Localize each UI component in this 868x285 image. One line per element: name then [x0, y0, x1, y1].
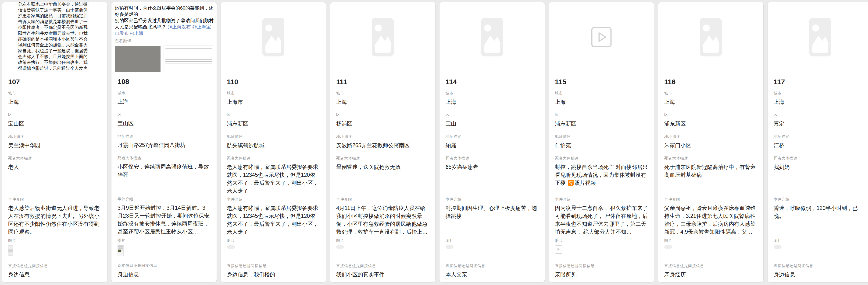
district-value: 宝山 [445, 120, 538, 128]
victim-label: 死者大体描述 [336, 156, 429, 161]
field-city: 城市 上海 [8, 91, 101, 113]
record-card[interactable]: 116 城市 上海 区 浦东新区 地址描述 朱家门小区 死者大体描述 死于浦东医… [658, 2, 764, 283]
attachment-area [227, 245, 320, 256]
event-label: 事件介绍 [445, 197, 538, 202]
city-value: 上海 [8, 98, 101, 106]
cover-text-screenshot: 分左右联系上中华西居委会，通过微信语音确认了这一事实。由于需要保护患者家属的隐私… [17, 2, 89, 72]
attachment-thumbnail[interactable] [555, 245, 562, 254]
record-card[interactable]: 114 城市 上海 区 宝山 地址描述 铂庭 死者大体描述 65岁癌症患者 事件… [439, 2, 545, 283]
field-source: 直接信息还是间接信息 我们小区的真实事件 [336, 263, 429, 282]
victim-value: 死于浦东医院新冠隔离治疗中，有肾衰高血压封基础病 [664, 163, 757, 179]
attachment-area [664, 245, 757, 256]
district-label: 区 [8, 113, 101, 117]
record-number: 110 [227, 78, 320, 86]
field-image: 图片 [774, 238, 867, 263]
record-card[interactable]: 110 城市 上海市 区 浦东新区 地址描述 航头镇鹤沙航城 死者大体描述 老人… [221, 2, 326, 283]
source-label: 直接信息还是间接信息 [555, 263, 648, 269]
attachment-thumbnail[interactable] [118, 245, 124, 256]
card-body: 114 城市 上海 区 宝山 地址描述 铂庭 死者大体描述 65岁癌症患者 事件… [439, 72, 545, 282]
victim-value: 我奶奶 [774, 163, 867, 171]
card-cover [658, 2, 763, 72]
field-address: 地址描述 朱家门小区 [664, 134, 757, 156]
city-label: 城市 [336, 91, 429, 96]
city-label: 城市 [774, 91, 867, 96]
city-value: 上海 [774, 98, 867, 106]
field-image: 图片 [118, 238, 211, 263]
district-label: 区 [118, 112, 211, 117]
address-value: 安波路265弄兰花教师公寓南区 [336, 141, 429, 149]
card-cover [549, 2, 654, 72]
field-event: 事件介绍 老人患有哮喘，家属联系居委报备要求就医，12345也表示尽快，但是12… [227, 197, 320, 238]
gallery-board: 分左右联系上中华西居委会，通过微信语音确认了这一事实。由于需要保护患者家属的隐私… [0, 0, 868, 283]
victim-label: 死者大体描述 [445, 156, 538, 161]
attachment-thumbnail[interactable] [336, 245, 344, 249]
field-city: 城市 上海 [555, 91, 648, 113]
field-address: 地址描述 丹霞山路257弄馨佳园八街坊 [118, 134, 211, 156]
field-victim: 死者大体描述 小区保安，连续两周高强度值班，导致猝死 [118, 156, 211, 197]
victim-value: 小区保安，连续两周高强度值班，导致猝死 [118, 163, 211, 179]
card-body: 115 城市 上海 区 浦东新区 地址描述 仁怡苑 死者大体描述 封控，跳楼自杀… [549, 72, 654, 282]
attachment-area [336, 245, 429, 256]
address-label: 地址描述 [118, 134, 211, 139]
district-label: 区 [336, 113, 429, 117]
victim-value: 老人 [8, 163, 101, 171]
attachment-thumbnail[interactable] [8, 245, 13, 256]
district-value: 宝山区 [118, 119, 211, 127]
image-label: 图片 [555, 238, 648, 243]
post-text-2: 别的区都已经分发过几批物资了😭请问我们顾村人民是只配喝西北风吗？ @上海发布 @… [115, 17, 214, 36]
attachment-thumbnail[interactable] [445, 245, 454, 249]
field-city: 城市 上海 [336, 91, 429, 113]
image-placeholder-icon [372, 18, 394, 57]
attachment-area [8, 245, 101, 256]
source-label: 直接信息还是间接信息 [774, 263, 867, 269]
field-event: 事件介绍 昏迷，呼吸微弱，120半小时到，已晚。 [774, 197, 867, 238]
district-label: 区 [774, 113, 867, 117]
source-label: 直接信息还是间接信息 [227, 263, 320, 269]
event-label: 事件介绍 [664, 197, 757, 202]
field-city: 城市 上海 [774, 91, 867, 113]
event-label: 事件介绍 [227, 197, 320, 202]
event-label: 事件介绍 [774, 197, 867, 202]
post-media-row [115, 46, 214, 72]
field-event: 事件介绍 老人感染后物业街道无人跟进，导致老人在没有救援的情况下去世。另外该小区… [8, 197, 101, 238]
image-placeholder-icon [809, 18, 831, 57]
city-label: 城市 [664, 91, 757, 96]
source-label: 直接信息还是间接信息 [664, 263, 757, 269]
field-address: 地址描述 安波路265弄兰花教师公寓南区 [336, 134, 429, 156]
source-value: 身边信息，我们楼的 [227, 271, 320, 279]
image-label: 图片 [8, 238, 101, 243]
field-source: 直接信息还是间接信息 身边信息 [118, 263, 211, 282]
attachment-thumbnail[interactable] [774, 245, 781, 249]
record-card[interactable]: 111 城市 上海 区 杨浦区 地址描述 安波路265弄兰花教师公寓南区 死者大… [330, 2, 436, 283]
event-value: 父亲周嘉祖，肾衰且瘫痪在床靠血透维持生命，3.21住进第七人民医院肾病科治疗，由… [664, 204, 757, 236]
card-body: 117 城市 上海 区 嘉定 地址描述 江桥 死者大体描述 我奶奶 事件介绍 昏… [768, 72, 868, 282]
event-value: 昏迷，呼吸微弱，120半小时到，已晚。 [774, 204, 867, 220]
address-value: 美兰湖中华园 [8, 141, 101, 149]
record-number: 111 [336, 78, 429, 86]
attachment-thumbnail[interactable] [227, 245, 235, 249]
record-card[interactable]: 115 城市 上海 区 浦东新区 地址描述 仁怡苑 死者大体描述 封控，跳楼自杀… [549, 2, 654, 283]
record-number: 117 [774, 78, 867, 86]
field-event: 事件介绍 因为凌晨十二点自杀， 很久救护车来了可能看到现场死了， 尸体留在原地，… [555, 197, 648, 238]
image-placeholder-icon [262, 18, 284, 57]
post-mentions: @上海发布 @上海宝山发布 ◎上海 [115, 24, 211, 36]
field-image: 图片 [227, 238, 320, 263]
attachment-area [555, 245, 648, 256]
record-card[interactable]: 117 城市 上海 区 嘉定 地址描述 江桥 死者大体描述 我奶奶 事件介绍 昏… [767, 2, 868, 283]
field-event: 事件介绍 父亲周嘉祖，肾衰且瘫痪在床靠血透维持生命，3.21住进第七人民医院肾病… [664, 197, 757, 238]
field-event: 事件介绍 封控期间因生理、心理上极度痛苦，选择跳楼 [445, 197, 538, 238]
district-value: 嘉定 [774, 120, 867, 128]
victim-value: 老人患有哮喘，家属联系居委报备要求就医，12345也表示尽快，但是120依然来不… [227, 163, 320, 195]
attachment-thumbnail[interactable] [664, 245, 672, 249]
source-label: 直接信息还是间接信息 [445, 263, 538, 269]
address-value: 仁怡苑 [555, 141, 648, 149]
record-number: 108 [118, 78, 211, 85]
field-source: 直接信息还是间接信息 身边信息 [8, 263, 101, 282]
image-placeholder-icon [481, 18, 503, 57]
district-label: 区 [664, 113, 757, 117]
city-value: 上海 [336, 98, 429, 106]
record-number: 114 [445, 78, 538, 86]
cabbage-photo [115, 46, 160, 72]
record-card[interactable]: 运输有时间，为什么跟居委会的60的菜能到，还好多是烂的别的区都已经分发过几批物资… [111, 2, 217, 283]
record-card[interactable]: 分左右联系上中华西居委会，通过微信语音确认了这一事实。由于需要保护患者家属的隐私… [2, 2, 107, 283]
